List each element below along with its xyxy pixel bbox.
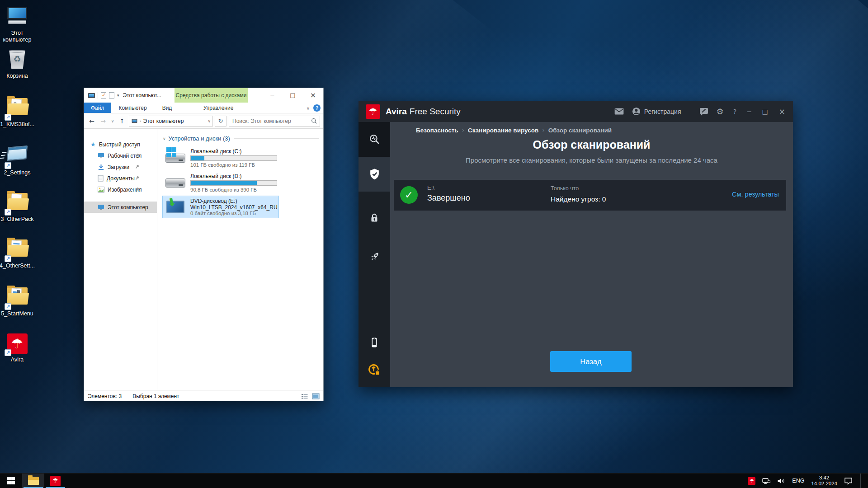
computer-icon[interactable]	[88, 93, 95, 98]
tab-file[interactable]: Файл	[84, 103, 111, 113]
avira-titlebar: ☂ Avira Free Security Регистрация ⚙ ?	[359, 101, 793, 122]
navigation-pane: ★ Быстрый доступ Рабочий стол Загрузки	[84, 129, 157, 390]
maximize-button[interactable]: □	[283, 88, 303, 102]
chevron-right-icon: ›	[462, 127, 464, 134]
items-count: Элементов: 3	[88, 393, 122, 399]
see-results-link[interactable]: См. результаты	[732, 191, 779, 198]
shortcut-arrow-icon: ↗	[5, 114, 11, 121]
avira-content: Безопасность › Сканирование вирусов › Об…	[390, 122, 793, 387]
network-icon[interactable]	[762, 478, 770, 484]
desktop-icon-kms38[interactable]: ⚙⚙ ↗ 1_KMS38of...	[0, 97, 34, 128]
sidebar-item-pictures[interactable]: Изображения	[84, 184, 157, 195]
start-button[interactable]	[0, 474, 22, 488]
help-icon[interactable]: ?	[313, 104, 321, 112]
address-dropdown-icon[interactable]: ∨	[208, 119, 211, 123]
address-bar[interactable]: › Этот компьютер ∨	[129, 116, 213, 127]
forward-button[interactable]: →	[99, 117, 108, 125]
recent-locations-icon[interactable]: ∨	[110, 119, 115, 123]
back-button[interactable]: ←	[87, 117, 96, 125]
registration-button[interactable]: Регистрация	[632, 107, 681, 116]
desktop-icon-othersett[interactable]: ↗ 4_OtherSett...	[0, 238, 34, 269]
settings-shortcut-icon: ↗	[6, 146, 28, 168]
sidebar-item-this-pc[interactable]: Этот компьютер	[84, 202, 157, 213]
back-button[interactable]: Назад	[550, 351, 632, 372]
pin-icon[interactable]	[135, 175, 140, 181]
tray-avira-icon[interactable]: ☂	[748, 477, 755, 485]
sidebar-item-performance[interactable]	[359, 239, 390, 274]
sidebar-item-status[interactable]	[359, 122, 390, 157]
close-button[interactable]: ×	[778, 107, 787, 116]
drive-d-row[interactable]: Локальный диск (D:) 90,8 ГБ свободно из …	[163, 171, 278, 194]
recycle-bin-icon: ♻	[6, 50, 28, 71]
tab-view[interactable]: Вид	[155, 103, 180, 113]
minimize-button[interactable]: ─	[262, 88, 283, 102]
desktop-icon-label: 5_StartMenu	[0, 310, 37, 317]
clock[interactable]: 3:42 14.02.2024	[811, 475, 837, 487]
sidebar-item-downloads[interactable]: Загрузки	[84, 161, 157, 173]
sidebar-item-upgrade[interactable]	[359, 352, 390, 387]
drive-c-row[interactable]: Локальный диск (C:) 101 ГБ свободно из 1…	[163, 146, 278, 169]
properties-icon[interactable]	[101, 92, 106, 99]
scan-threats: Найдено угроз: 0	[551, 195, 606, 203]
maximize-button[interactable]: □	[761, 108, 769, 115]
address-text[interactable]: Этот компьютер	[143, 118, 206, 124]
pin-icon[interactable]	[135, 153, 140, 158]
desktop-icon-recycle-bin[interactable]: ♻ Корзина	[0, 49, 34, 80]
language-indicator[interactable]: ENG	[792, 478, 804, 484]
pin-icon[interactable]	[135, 187, 140, 192]
sidebar-item-privacy[interactable]	[359, 201, 390, 235]
download-icon	[98, 164, 104, 170]
search-input[interactable]	[229, 116, 320, 126]
expand-ribbon-icon[interactable]: ∨	[307, 106, 310, 111]
search-box[interactable]	[229, 116, 320, 127]
tab-manage[interactable]: Управление	[189, 103, 248, 113]
settings-gear-icon[interactable]: ⚙	[717, 107, 724, 116]
pin-icon[interactable]	[135, 164, 140, 169]
sidebar-item-documents[interactable]: Документы	[84, 173, 157, 184]
taskbar-explorer-button[interactable]	[22, 474, 44, 488]
taskbar-avira-button[interactable]: ☂	[44, 474, 66, 488]
help-icon[interactable]: ?	[732, 108, 738, 115]
refresh-button[interactable]: ↻	[215, 116, 226, 127]
desktop-icon-otherpack[interactable]: ↗ 3_OtherPack	[0, 192, 34, 223]
up-button[interactable]: ↑	[118, 117, 127, 125]
qat-caret-icon[interactable]: ▾	[117, 93, 119, 98]
drive-tools-context-tab[interactable]: Средства работы с дисками	[175, 88, 248, 103]
desktop-icon-avira[interactable]: ☂ ↗ Avira	[0, 333, 34, 363]
sidebar-item-quick-access[interactable]: ★ Быстрый доступ	[84, 139, 157, 150]
breadcrumb-security[interactable]: Безопасность	[416, 127, 458, 134]
tab-computer[interactable]: Компьютер	[111, 103, 155, 113]
details-view-button[interactable]	[301, 393, 308, 399]
desktop-icon-startmenu[interactable]: ↗ 5_StartMenu	[0, 286, 34, 317]
breadcrumb-current: Обзор сканирований	[548, 127, 612, 134]
folder-shortcut-icon: ↗	[6, 287, 28, 309]
sidebar-item-desktop[interactable]: Рабочий стол	[84, 150, 157, 161]
mail-icon[interactable]	[614, 108, 624, 115]
action-center-icon[interactable]	[844, 477, 853, 485]
group-header[interactable]: ∨ Устройства и диски (3)	[163, 135, 319, 142]
minimize-button[interactable]: ─	[746, 108, 752, 115]
separator	[98, 92, 98, 99]
feedback-icon[interactable]	[699, 108, 708, 116]
sidebar-item-security-active[interactable]	[359, 157, 390, 192]
selection-count: Выбран 1 элемент	[132, 393, 179, 399]
close-button[interactable]: ×	[303, 88, 323, 102]
drive-e-row-selected[interactable]: ⬇ DVD-дисковод (E:) Win10_LTSB_2024_v160…	[163, 196, 278, 218]
location-icon	[132, 119, 137, 123]
folder-shortcut-icon: ↗	[6, 193, 28, 215]
window-title: Этот компьют...	[123, 92, 161, 99]
new-folder-icon[interactable]	[109, 92, 114, 99]
lock-icon	[368, 212, 380, 224]
upgrade-icon	[368, 363, 381, 377]
breadcrumb-virus-scans[interactable]: Сканирование вирусов	[468, 127, 538, 134]
quick-access-toolbar: ▾	[84, 92, 119, 99]
thumbnails-view-button[interactable]	[312, 393, 320, 399]
desktop-icon-label: 2_Settings	[0, 169, 37, 176]
avira-logo: ☂	[366, 104, 380, 119]
scan-target: E:\	[427, 184, 434, 191]
show-desktop-button[interactable]	[860, 474, 861, 488]
collapse-group-icon[interactable]: ∨	[163, 136, 166, 141]
desktop-icon-settings[interactable]: ↗ 2_Settings	[0, 145, 34, 176]
volume-icon[interactable]	[777, 478, 785, 484]
desktop-icon-this-pc[interactable]: Этот компьютер	[0, 6, 34, 43]
